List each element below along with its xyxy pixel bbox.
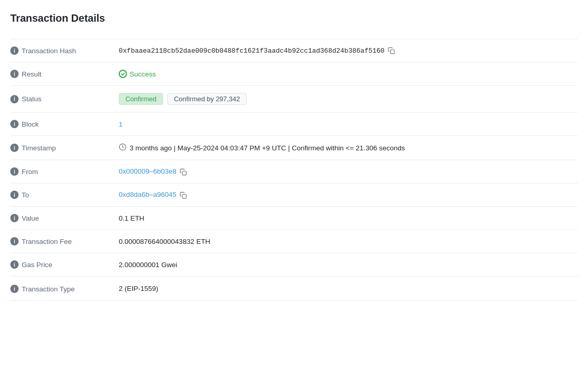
label-cell-timestamp: iTimestamp (10, 136, 114, 160)
table-row: iTransaction Fee0.000087664000043832 ETH (10, 230, 578, 253)
value-cell-transaction-hash: 0xfbaaea2118cb52dae009c0b0488fc1621f3aad… (114, 39, 578, 63)
info-icon[interactable]: i (10, 285, 19, 293)
info-icon[interactable]: i (10, 120, 19, 128)
info-icon[interactable]: i (10, 260, 19, 269)
transaction-hash-value: 0xfbaaea2118cb52dae009c0b0488fc1621f3aad… (119, 47, 385, 55)
confirmed-by-badge: Confirmed by 297,342 (167, 93, 247, 105)
info-icon[interactable]: i (10, 214, 19, 222)
label-cell-block: iBlock (10, 113, 114, 136)
value-cell-value: 0.1 ETH (114, 207, 578, 230)
table-row: iBlock1 (10, 113, 578, 136)
info-icon[interactable]: i (10, 237, 19, 245)
detail-table: iTransaction Hash0xfbaaea2118cb52dae009c… (10, 39, 578, 301)
svg-rect-0 (390, 50, 394, 54)
label-text-transaction-hash: Transaction Hash (22, 47, 76, 55)
clock-icon (119, 143, 126, 152)
table-row: iTo0xd8da6b–a96045 (10, 183, 578, 207)
label-text-status: Status (22, 95, 41, 103)
copy-address-button-from[interactable] (180, 168, 187, 176)
label-text-from: From (22, 168, 38, 176)
timestamp-container: 3 months ago | May-25-2024 04:03:47 PM +… (119, 143, 573, 152)
label-text-result: Result (22, 70, 41, 78)
value-cell-result: Success (114, 63, 578, 86)
info-icon[interactable]: i (10, 191, 19, 199)
success-label: Success (130, 70, 156, 78)
success-circle-icon (119, 70, 127, 78)
copy-hash-button[interactable] (388, 47, 395, 54)
value-cell-block: 1 (114, 113, 578, 136)
label-text-transaction-fee: Transaction Fee (22, 238, 72, 245)
value-text-transaction-type: 2 (EIP-1559) (119, 285, 158, 292)
label-text-block: Block (22, 120, 39, 128)
label-cell-from: iFrom (10, 160, 114, 183)
info-icon[interactable]: i (10, 167, 19, 176)
info-icon[interactable]: i (10, 144, 19, 152)
label-text-to: To (22, 191, 29, 199)
value-cell-transaction-type: 2 (EIP-1559) (114, 276, 578, 301)
value-cell-timestamp: 3 months ago | May-25-2024 04:03:47 PM +… (114, 136, 578, 160)
block-link[interactable]: 1 (119, 120, 123, 128)
value-cell-transaction-fee: 0.000087664000043832 ETH (114, 230, 578, 253)
value-cell-from: 0x000009–6b03e8 (114, 160, 578, 183)
label-text-transaction-type: Transaction Type (22, 285, 75, 293)
table-row: iTransaction Hash0xfbaaea2118cb52dae009c… (10, 39, 578, 63)
label-cell-transaction-type: iTransaction Type (10, 276, 114, 301)
success-badge: Success (119, 70, 156, 78)
svg-rect-3 (182, 194, 186, 198)
label-cell-transaction-hash: iTransaction Hash (10, 39, 114, 63)
label-cell-to: iTo (10, 183, 114, 207)
value-cell-to: 0xd8da6b–a96045 (114, 183, 578, 207)
info-icon[interactable]: i (10, 70, 19, 78)
value-cell-status: ConfirmedConfirmed by 297,342 (114, 86, 578, 113)
table-row: iTimestamp3 months ago | May-25-2024 04:… (10, 136, 578, 160)
page-title: Transaction Details (10, 12, 578, 24)
label-cell-result: iResult (10, 63, 114, 86)
svg-rect-2 (182, 171, 186, 175)
label-cell-value: iValue (10, 207, 114, 230)
label-text-timestamp: Timestamp (22, 144, 56, 152)
info-icon[interactable]: i (10, 47, 19, 55)
info-icon[interactable]: i (10, 95, 19, 103)
value-cell-gas-price: 2.000000001 Gwei (114, 253, 578, 276)
value-text-transaction-fee: 0.000087664000043832 ETH (119, 238, 210, 245)
label-cell-transaction-fee: iTransaction Fee (10, 230, 114, 253)
table-row: iGas Price2.000000001 Gwei (10, 253, 578, 276)
address-link-to[interactable]: 0xd8da6b–a96045 (119, 191, 177, 198)
value-text-gas-price: 2.000000001 Gwei (119, 261, 177, 269)
label-cell-status: iStatus (10, 86, 114, 113)
label-text-gas-price: Gas Price (22, 261, 52, 269)
table-row: iStatusConfirmedConfirmed by 297,342 (10, 86, 578, 113)
table-row: iFrom0x000009–6b03e8 (10, 160, 578, 183)
label-cell-gas-price: iGas Price (10, 253, 114, 276)
table-row: iTransaction Type2 (EIP-1559) (10, 276, 578, 301)
table-row: iValue0.1 ETH (10, 207, 578, 230)
timestamp-text: 3 months ago | May-25-2024 04:03:47 PM +… (130, 144, 405, 152)
confirmed-tag: Confirmed (119, 93, 163, 105)
label-text-value: Value (22, 214, 39, 222)
value-text-value: 0.1 ETH (119, 214, 145, 222)
table-row: iResultSuccess (10, 63, 578, 86)
copy-address-button-to[interactable] (180, 192, 187, 199)
address-link-from[interactable]: 0x000009–6b03e8 (119, 167, 177, 175)
